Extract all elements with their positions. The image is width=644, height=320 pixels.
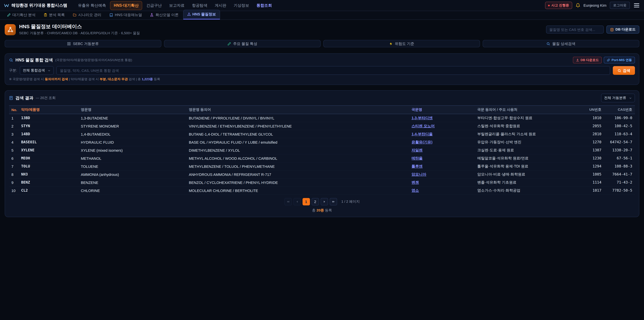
pagination-page-1[interactable]: 1: [302, 198, 310, 205]
search-hint: ※ 국문명/영문명 검색 시 동의어까지 검색 | 약자/제품명 검색 시 부분…: [9, 77, 635, 82]
cat-tab-hazard-criteria[interactable]: 위험도 기준: [323, 40, 480, 47]
nav-item-oil-spill[interactable]: 유출유 확산예측: [75, 1, 109, 10]
col-cas-number: CAS번호: [604, 106, 635, 114]
substance-link[interactable]: 1,4-부탄디올: [412, 132, 433, 136]
incident-dot-icon: [548, 5, 550, 6]
page-title-block: HNS 물질정보 데이터베이스 SEBC 거동분류 · CHRIS/CAMEO …: [19, 24, 140, 36]
results-title: 검색 결과: [16, 95, 33, 101]
pagination-info: 1 / 2 페이지: [341, 199, 360, 204]
substance-link[interactable]: 톨루엔: [412, 164, 422, 168]
nav-item-board[interactable]: 게시판: [212, 1, 230, 10]
pagination-prev-icon[interactable]: [293, 198, 301, 205]
search-type-select[interactable]: 전체 통합검색: [20, 66, 54, 75]
tab-hns-substance-info[interactable]: HNS 물질정보: [183, 10, 220, 20]
logout-button[interactable]: 로그아웃: [610, 2, 630, 9]
app-title: 해양환경 위기대응 통합시스템: [12, 3, 67, 8]
substance-link[interactable]: 스티렌 모노머: [412, 124, 435, 128]
molecule-icon: [187, 13, 191, 16]
user-name: Eunjeong Kim: [584, 3, 606, 8]
pagination-page-2[interactable]: 2: [312, 198, 319, 205]
clipboard-icon: [44, 13, 47, 17]
pagination-last-icon[interactable]: [330, 198, 337, 205]
table-row[interactable]: 6 MEOH METHANOL METHYL ALCOHOL / WOOD AL…: [9, 154, 635, 162]
division-label: 구분:: [9, 68, 17, 73]
behavior-class-filter-select[interactable]: 전체 거동분류: [601, 94, 635, 102]
page-subtitle: SEBC 거동분류 · CHRIS/CAMEO DB · AEGL/ERPG/I…: [19, 31, 140, 36]
search-icon: [9, 58, 13, 62]
table-row[interactable]: 7 TOLU TOLUENE METHYLBENZENE / TOLUOL / …: [9, 162, 635, 170]
substance-link[interactable]: 염소: [412, 188, 419, 192]
pagination: 1 2 1 / 2 페이지: [9, 198, 635, 205]
db-download-chip[interactable]: DB 다운로드: [573, 57, 602, 64]
page-header: HNS 물질정보 데이터베이스 SEBC 거동분류 · CHRIS/CAMEO …: [0, 20, 644, 39]
col-kr-synonyms: 국문 동의어 / 주요 사용처: [477, 106, 580, 114]
table-row[interactable]: 2 STYN STYRENE MONOMER VINYLBENZENE / ET…: [9, 122, 635, 130]
app-logo[interactable]: 해양환경 위기대응 통합시스템: [4, 3, 67, 8]
notification-bell-icon[interactable]: [576, 3, 580, 8]
topbar-right: 사고 진행중 Eunjeong Kim 로그아웃: [545, 2, 640, 9]
tab-hns-response-manual[interactable]: HNS 대응매뉴얼: [106, 11, 146, 20]
table-row[interactable]: 8 NH3 AMMONIA (anhydrous) ANHYDROUS AMMO…: [9, 170, 635, 178]
menu-hamburger-icon[interactable]: [633, 3, 640, 8]
col-un-number: UN번호: [580, 106, 604, 114]
book-icon: [109, 13, 113, 17]
substance-link[interactable]: 자일렌: [412, 148, 422, 152]
unified-search-panel: HNS 물질 통합 검색 (국문명/약자/제품명/영문명/동의어/CAS/UN번…: [5, 53, 639, 85]
grid-icon: [67, 42, 71, 46]
table-row[interactable]: 5 XYLENE XYLENE (mixed isomers) DIMETHYL…: [9, 146, 635, 154]
pencil-icon: [7, 13, 11, 17]
cat-tab-substance-properties[interactable]: 주요 물질 특성: [164, 40, 321, 47]
top-navigation-bar: 해양환경 위기대응 통합시스템 유출유 확산예측 HNS·대기확산 긴급구난 보…: [0, 0, 644, 11]
tab-dispersion-analysis[interactable]: 대기확산 분석: [3, 11, 39, 20]
flask-icon: [228, 42, 231, 46]
pagination-first-icon[interactable]: [284, 198, 292, 205]
portmis-link-chip[interactable]: Port-MIS 연동: [604, 57, 635, 64]
table-row[interactable]: 1 13BD 1,3-BUTADIENE BUTADIENE / PYRROLY…: [9, 114, 635, 122]
download-icon: [576, 58, 579, 62]
cat-tab-detail-search[interactable]: 물질 상세검색: [483, 40, 639, 47]
search-submit-button[interactable]: 검색: [613, 66, 635, 75]
document-icon: [9, 96, 13, 100]
col-abbr: 약자/제품명: [21, 106, 81, 114]
search-panel-header: HNS 물질 통합 검색 (국문명/약자/제품명/영문명/동의어/CAS/UN번…: [9, 57, 635, 64]
table-row[interactable]: 4 BASEOIL HYDRAULIC FLUID BASE OIL / HYD…: [9, 138, 635, 146]
substance-link[interactable]: 암모니아: [412, 172, 426, 176]
results-count: — 20건 조회: [36, 96, 56, 100]
pagination-next-icon[interactable]: [320, 198, 328, 205]
nav-item-weather[interactable]: 기상정보: [230, 1, 252, 10]
page-title: HNS 물질정보 데이터베이스: [19, 24, 140, 30]
page-header-actions: DB 다운로드: [546, 26, 639, 34]
table-row[interactable]: 9 BENZ BENZENE BENZOL / CYCLOHEXATRIENE …: [9, 178, 635, 186]
table-row[interactable]: 3 14BD 1,4-BUTANEDIOL BUTANE-1,4-DIOL / …: [9, 130, 635, 138]
db-download-button[interactable]: DB 다운로드: [606, 26, 639, 34]
folder-icon: [73, 13, 76, 17]
quick-search-input[interactable]: [546, 26, 604, 34]
sub-navigation: 대기확산 분석 분석 목록 시나리오 관리 HNS 대응매뉴얼 확산모델 이론 …: [0, 11, 644, 20]
tab-dispersion-model-theory[interactable]: 확산모델 이론: [146, 11, 182, 20]
incident-status-badge[interactable]: 사고 진행중: [545, 2, 572, 9]
results-header: 검색 결과 — 20건 조회 전체 거동분류: [9, 94, 635, 102]
col-kr-name: 국문명: [412, 106, 477, 114]
unified-search-input[interactable]: [56, 66, 610, 75]
substance-link[interactable]: 벤젠: [412, 180, 419, 184]
nav-item-aerial-search[interactable]: 항공탐색: [189, 1, 211, 10]
main-navigation: 유출유 확산예측 HNS·대기확산 긴급구난 보고자료 항공탐색 게시판 기상정…: [75, 1, 276, 10]
lightning-icon: [389, 42, 393, 46]
database-molecule-icon: [5, 24, 16, 35]
substance-link[interactable]: 윤활유(기유): [412, 140, 432, 144]
search-icon: [546, 42, 550, 46]
tab-scenario-management[interactable]: 시나리오 관리: [69, 11, 105, 20]
table-header-row: No. 약자/제품명 영문명 영문명 동의어 국문명 국문 동의어 / 주요 사…: [9, 106, 635, 114]
flask-icon: [150, 13, 154, 17]
table-row[interactable]: 10 CL2 CHLORINE MOLECULAR CHLORINE / BER…: [9, 186, 635, 194]
nav-item-rescue[interactable]: 긴급구난: [143, 1, 165, 10]
nav-item-hns-dispersion[interactable]: HNS·대기확산: [110, 1, 142, 10]
chevron-down-icon: [48, 69, 51, 72]
substance-link[interactable]: 메탄올: [412, 156, 422, 160]
cat-tab-sebc-classification[interactable]: SEBC 거동분류: [5, 40, 161, 47]
search-panel-actions: DB 다운로드 Port-MIS 연동: [573, 57, 635, 64]
nav-item-integrated-query[interactable]: 통합조회: [253, 1, 276, 10]
tab-analysis-list[interactable]: 분석 목록: [40, 11, 68, 20]
nav-item-reports[interactable]: 보고자료: [166, 1, 188, 10]
substance-link[interactable]: 1,3-부타디엔: [412, 116, 433, 120]
